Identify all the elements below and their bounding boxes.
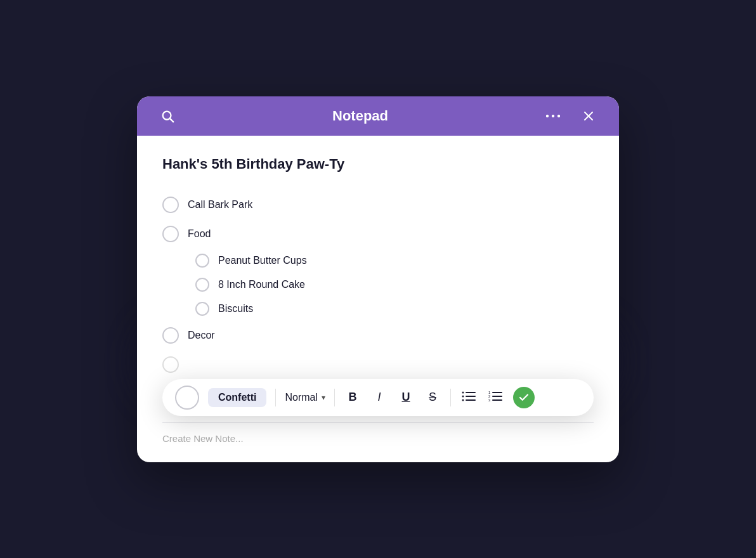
note-content: Hank's 5th Birthday Paw-Ty Call Bark Par… <box>137 136 619 386</box>
header-title: Notepad <box>180 108 540 124</box>
toolbar-checkbox[interactable] <box>175 386 199 410</box>
checkbox-cake[interactable] <box>195 278 209 292</box>
svg-line-1 <box>170 119 173 122</box>
bottom-area <box>137 422 619 462</box>
svg-point-2 <box>546 114 549 117</box>
list-item: 8 Inch Round Cake <box>162 273 594 297</box>
chevron-down-icon: ▾ <box>322 393 325 402</box>
divider-1 <box>275 389 276 406</box>
list-item: Biscuits <box>162 297 594 321</box>
checkbox-biscuits[interactable] <box>195 302 209 316</box>
divider <box>162 422 594 423</box>
checklist: Call Bark Park Food Peanut Butter Cups 8… <box>162 190 594 373</box>
format-dropdown[interactable]: Normal ▾ <box>285 392 325 403</box>
checkbox-peanut-butter-cups[interactable] <box>195 254 209 268</box>
svg-text:3: 3 <box>488 398 491 401</box>
list-item <box>162 350 594 373</box>
svg-point-9 <box>462 396 464 398</box>
ordered-list-button[interactable]: 1 2 3 <box>486 390 504 405</box>
list-item: Call Bark Park <box>162 190 594 219</box>
item-label: Food <box>188 228 211 240</box>
item-label: Biscuits <box>218 303 253 315</box>
checkbox-decor[interactable] <box>162 327 179 344</box>
current-item-label: Confetti <box>208 388 266 407</box>
search-icon[interactable] <box>155 109 180 123</box>
header: Notepad <box>137 96 619 136</box>
header-right <box>540 110 601 122</box>
divider-3 <box>450 389 451 406</box>
notepad-window: Notepad Hank's 5th <box>137 96 619 462</box>
strikethrough-button[interactable]: S <box>424 391 441 404</box>
close-button[interactable] <box>576 110 601 122</box>
create-note-input[interactable] <box>162 433 594 444</box>
format-dropdown-label: Normal <box>285 392 318 403</box>
divider-2 <box>334 389 335 406</box>
checkbox-call-bark-park[interactable] <box>162 197 179 213</box>
unordered-list-button[interactable] <box>460 390 478 405</box>
editing-toolbar: Confetti Normal ▾ B I U S <box>162 379 594 416</box>
item-label: Peanut Butter Cups <box>218 255 307 266</box>
svg-point-4 <box>557 114 560 117</box>
item-label: 8 Inch Round Cake <box>218 279 305 290</box>
confirm-button[interactable] <box>513 387 535 408</box>
more-options-button[interactable] <box>540 114 566 118</box>
svg-point-7 <box>462 392 464 394</box>
underline-button[interactable]: U <box>397 391 415 404</box>
app-container: Notepad Hank's 5th <box>131 57 625 501</box>
list-item: Peanut Butter Cups <box>162 249 594 273</box>
checkbox-confetti[interactable] <box>162 356 179 373</box>
list-item: Food <box>162 219 594 249</box>
toolbar-wrapper: Confetti Normal ▾ B I U S <box>162 379 594 416</box>
item-label: Decor <box>188 330 215 341</box>
bold-button[interactable]: B <box>344 391 362 404</box>
list-item: Decor <box>162 321 594 350</box>
item-label: Call Bark Park <box>188 199 252 211</box>
italic-button[interactable]: I <box>370 391 388 404</box>
svg-point-11 <box>462 399 464 401</box>
svg-point-3 <box>552 114 554 117</box>
note-title: Hank's 5th Birthday Paw-Ty <box>162 156 594 172</box>
checkbox-food[interactable] <box>162 226 179 242</box>
